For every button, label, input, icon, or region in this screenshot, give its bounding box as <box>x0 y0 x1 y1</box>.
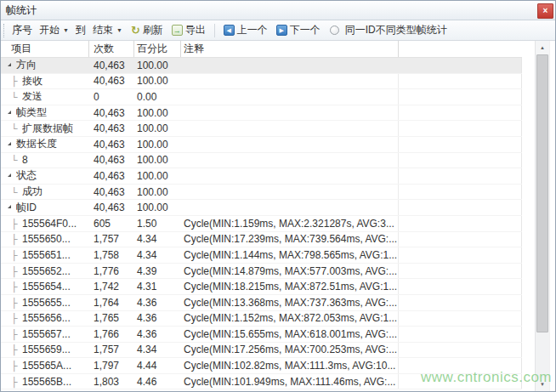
expand-marker-icon[interactable] <box>8 173 11 177</box>
column-header-item[interactable]: 项目 <box>1 41 89 57</box>
export-button[interactable]: → 导出 <box>168 21 209 39</box>
row-count: 40,463 <box>89 200 134 215</box>
scroll-up-button[interactable]: ▲ <box>536 41 549 54</box>
start-dropdown[interactable]: 开始 ▼ <box>36 21 72 39</box>
row-label: 数据长度 <box>16 137 57 151</box>
row-count: 40,463 <box>89 168 134 184</box>
row-filler <box>399 311 522 327</box>
table-row[interactable]: ├ 接收 40,463 100.00 <box>1 74 522 90</box>
row-label: 1555652... <box>22 265 71 277</box>
scrollbar-track[interactable] <box>536 54 549 378</box>
row-note <box>181 121 399 136</box>
table-body: 方向 40,463 100.00 ├ 接收 40,463 100.00 └ 发送… <box>1 58 522 391</box>
row-note <box>181 58 399 73</box>
scrollbar-thumb[interactable] <box>536 54 548 332</box>
table-row[interactable]: 方向 40,463 100.00 <box>1 58 522 74</box>
table-area: 项目 次数 百分比 注释 方向 40,463 100.00 ├ 接收 40,46… <box>1 41 555 391</box>
window-title: 帧统计 <box>1 3 37 18</box>
previous-button[interactable]: ◀ 上一个 <box>220 21 271 39</box>
table-row[interactable]: ├ 155564F0... 605 1.50 Cycle(MIN:1.159ms… <box>1 216 522 232</box>
item-cell: └ 成功 <box>1 185 89 200</box>
table-row[interactable]: 帧ID 40,463 100.00 <box>1 200 522 216</box>
row-count: 1,803 <box>89 374 134 389</box>
expand-marker-icon[interactable] <box>8 111 11 114</box>
item-cell: ├ 155564F0... <box>1 216 89 231</box>
table-row[interactable]: ├ 1555659... 1,757 4.34 Cycle(MIN:17.256… <box>1 343 522 359</box>
row-label: 1555651... <box>22 249 71 261</box>
row-percent: 100.00 <box>134 168 181 184</box>
table-row[interactable]: 状态 40,463 100.00 <box>1 168 522 185</box>
next-button[interactable]: ▶ 下一个 <box>273 21 324 39</box>
row-note: Cycle(MIN:17.239ms, MAX:739.564ms, AVG:.… <box>181 232 399 247</box>
row-filler <box>399 343 522 358</box>
row-count: 1,766 <box>89 327 134 342</box>
row-percent: 100.00 <box>134 74 181 89</box>
tree-branch-icon: ├ <box>11 329 22 339</box>
row-note: Cycle(MIN:1.144ms, MAX:798.565ms, AVG:1.… <box>181 247 399 263</box>
vertical-scrollbar[interactable]: ▲ ▼ <box>535 41 549 391</box>
scroll-down-button[interactable]: ▼ <box>536 378 549 391</box>
table-row[interactable]: ├ 1555655... 1,764 4.36 Cycle(MIN:13.368… <box>1 295 522 311</box>
table-row[interactable]: ├ 155565A... 1,797 4.44 Cycle(MIN:102.82… <box>1 358 522 374</box>
tree-branch-icon: ├ <box>11 76 22 86</box>
refresh-button[interactable]: ↻ 刷新 <box>128 21 167 39</box>
table-row[interactable]: 数据长度 40,463 100.00 <box>1 137 522 153</box>
table-row[interactable]: └ 8 40,463 100.00 <box>1 153 522 169</box>
row-percent: 100.00 <box>134 58 181 73</box>
next-icon: ▶ <box>276 25 287 36</box>
row-count: 1,757 <box>89 343 134 358</box>
item-cell: 数据长度 <box>1 137 89 152</box>
close-button[interactable]: × <box>537 3 553 19</box>
table-right-filler <box>522 41 535 391</box>
row-label: 发送 <box>22 89 43 104</box>
row-percent: 100.00 <box>134 185 181 200</box>
row-note: Cycle(MIN:15.655ms, MAX:618.001ms, AVG:.… <box>181 327 399 342</box>
table-row[interactable]: └ 扩展数据帧 40,463 100.00 <box>1 121 522 137</box>
row-count: 40,463 <box>89 185 134 200</box>
item-cell: 状态 <box>1 168 89 184</box>
tree-branch-icon: └ <box>11 92 22 102</box>
table-row[interactable]: └ 成功 40,463 100.00 <box>1 185 522 201</box>
expand-marker-icon[interactable] <box>8 63 11 66</box>
scroll-up-icon: ▲ <box>540 45 545 50</box>
row-label: 帧类型 <box>16 105 47 120</box>
column-header-percent[interactable]: 百分比 <box>134 41 181 57</box>
column-header-count[interactable]: 次数 <box>89 41 134 57</box>
table-row[interactable]: ├ 1555652... 1,776 4.39 Cycle(MIN:14.879… <box>1 264 522 280</box>
tree-branch-icon: ├ <box>11 361 22 371</box>
row-note: Cycle(MIN:1.152ms, MAX:872.053ms, AVG:1.… <box>181 311 399 327</box>
end-dropdown[interactable]: 结束 ▼ <box>89 21 126 39</box>
table-row[interactable]: 帧类型 40,463 100.00 <box>1 105 522 122</box>
toolbar: 序号 开始 ▼ 到 结束 ▼ ↻ 刷新 → 导出 ◀ 上一个 ▶ 下一个 同一I… <box>1 20 555 41</box>
table-row[interactable]: └ 发送 0 0.00 <box>1 89 522 105</box>
row-percent: 4.36 <box>134 327 181 342</box>
row-filler <box>399 216 522 231</box>
column-header-note[interactable]: 注释 <box>181 41 399 57</box>
item-cell: ├ 1555657... <box>1 327 89 342</box>
item-cell: └ 扩展数据帧 <box>1 121 89 136</box>
table-row[interactable]: ├ 1555651... 1,758 4.34 Cycle(MIN:1.144m… <box>1 247 522 264</box>
table-row[interactable]: ├ 155565B... 1,803 4.46 Cycle(MIN:101.94… <box>1 374 522 390</box>
table-row[interactable]: ├ 1555656... 1,765 4.36 Cycle(MIN:1.152m… <box>1 311 522 327</box>
same-id-radio[interactable] <box>330 26 339 35</box>
tree-branch-icon: ├ <box>11 250 22 260</box>
expand-marker-icon[interactable] <box>8 205 11 208</box>
row-note: Cycle(MIN:102.82ms, MAX:111.3ms, AVG:10.… <box>181 358 399 373</box>
row-filler <box>399 279 522 294</box>
row-count: 40,463 <box>89 137 134 152</box>
row-percent: 4.34 <box>134 247 181 263</box>
row-filler <box>399 168 522 184</box>
table-row[interactable]: ├ 1555657... 1,766 4.36 Cycle(MIN:15.655… <box>1 327 522 343</box>
item-cell: ├ 接收 <box>1 74 89 89</box>
row-filler <box>399 358 522 373</box>
item-cell: 方向 <box>1 58 89 73</box>
row-note: Cycle(MIN:1.159ms, MAX:2.321287s, AVG:3.… <box>181 216 399 231</box>
row-filler <box>399 89 522 105</box>
expand-marker-icon[interactable] <box>8 142 11 145</box>
item-cell: ├ 155565A... <box>1 358 89 373</box>
item-cell: ├ 1555655... <box>1 295 89 310</box>
table-row[interactable]: ├ 1555654... 1,742 4.31 Cycle(MIN:18.215… <box>1 279 522 295</box>
row-filler <box>399 137 522 152</box>
row-percent: 100.00 <box>134 153 181 168</box>
table-row[interactable]: ├ 1555650... 1,757 4.34 Cycle(MIN:17.239… <box>1 232 522 248</box>
